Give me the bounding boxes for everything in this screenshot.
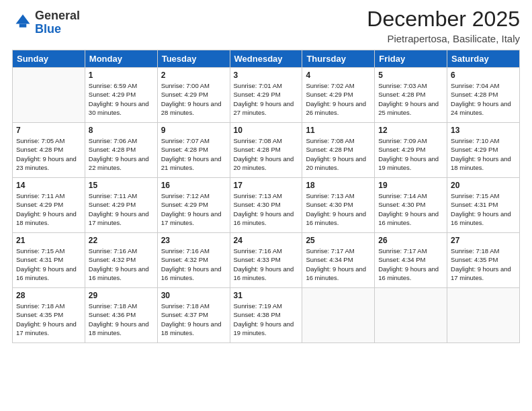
- col-monday: Monday: [85, 50, 157, 68]
- table-row: [375, 288, 447, 343]
- svg-rect-1: [19, 24, 27, 27]
- day-number: 25: [306, 236, 371, 245]
- calendar-week-row: 21 Sunrise: 7:15 AMSunset: 4:31 PMDaylig…: [13, 233, 520, 288]
- table-row: [447, 288, 520, 343]
- col-friday: Friday: [375, 50, 447, 68]
- table-row: 8 Sunrise: 7:06 AMSunset: 4:28 PMDayligh…: [85, 123, 157, 178]
- day-info: Sunrise: 7:04 AMSunset: 4:28 PMDaylight:…: [451, 82, 511, 116]
- table-row: 1 Sunrise: 6:59 AMSunset: 4:29 PMDayligh…: [85, 68, 157, 123]
- day-info: Sunrise: 7:18 AMSunset: 4:36 PMDaylight:…: [89, 302, 149, 336]
- day-number: 31: [234, 291, 299, 300]
- calendar-table: Sunday Monday Tuesday Wednesday Thursday…: [12, 50, 520, 343]
- svg-marker-0: [16, 14, 30, 24]
- table-row: 31 Sunrise: 7:19 AMSunset: 4:38 PMDaylig…: [230, 288, 302, 343]
- table-row: 17 Sunrise: 7:13 AMSunset: 4:30 PMDaylig…: [230, 178, 302, 233]
- day-number: 21: [16, 236, 81, 245]
- day-info: Sunrise: 7:13 AMSunset: 4:30 PMDaylight:…: [234, 192, 294, 226]
- day-number: 10: [234, 126, 299, 135]
- day-info: Sunrise: 7:19 AMSunset: 4:38 PMDaylight:…: [234, 302, 294, 336]
- col-saturday: Saturday: [447, 50, 520, 68]
- day-number: 26: [378, 236, 443, 245]
- day-number: 20: [451, 181, 516, 190]
- day-number: 4: [306, 71, 371, 80]
- day-number: 13: [451, 126, 516, 135]
- day-number: 2: [161, 71, 226, 80]
- calendar-week-row: 28 Sunrise: 7:18 AMSunset: 4:35 PMDaylig…: [13, 288, 520, 343]
- month-title: December 2025: [367, 7, 520, 32]
- day-info: Sunrise: 7:17 AMSunset: 4:34 PMDaylight:…: [378, 247, 439, 281]
- day-info: Sunrise: 7:15 AMSunset: 4:31 PMDaylight:…: [451, 192, 511, 226]
- day-number: 16: [161, 181, 226, 190]
- day-info: Sunrise: 7:08 AMSunset: 4:28 PMDaylight:…: [306, 137, 366, 171]
- day-number: 28: [16, 291, 81, 300]
- table-row: 13 Sunrise: 7:10 AMSunset: 4:29 PMDaylig…: [447, 123, 520, 178]
- title-block: December 2025 Pietrapertosa, Basilicate,…: [367, 7, 520, 44]
- day-info: Sunrise: 7:03 AMSunset: 4:28 PMDaylight:…: [378, 82, 439, 116]
- day-info: Sunrise: 7:16 AMSunset: 4:32 PMDaylight:…: [89, 247, 149, 281]
- col-thursday: Thursday: [302, 50, 375, 68]
- table-row: 18 Sunrise: 7:13 AMSunset: 4:30 PMDaylig…: [302, 178, 375, 233]
- day-info: Sunrise: 7:13 AMSunset: 4:30 PMDaylight:…: [306, 192, 366, 226]
- day-number: 5: [378, 71, 443, 80]
- day-info: Sunrise: 7:14 AMSunset: 4:30 PMDaylight:…: [378, 192, 439, 226]
- day-info: Sunrise: 7:11 AMSunset: 4:29 PMDaylight:…: [16, 192, 77, 226]
- table-row: 23 Sunrise: 7:16 AMSunset: 4:32 PMDaylig…: [157, 233, 230, 288]
- table-row: 4 Sunrise: 7:02 AMSunset: 4:29 PMDayligh…: [302, 68, 375, 123]
- table-row: 16 Sunrise: 7:12 AMSunset: 4:29 PMDaylig…: [157, 178, 230, 233]
- day-number: 22: [89, 236, 154, 245]
- location-title: Pietrapertosa, Basilicate, Italy: [367, 33, 520, 44]
- logo-icon: [13, 12, 32, 31]
- day-number: 17: [234, 181, 299, 190]
- day-info: Sunrise: 7:07 AMSunset: 4:28 PMDaylight:…: [161, 137, 222, 171]
- day-number: 1: [89, 71, 154, 80]
- day-number: 11: [306, 126, 371, 135]
- day-number: 30: [161, 291, 226, 300]
- day-number: 12: [378, 126, 443, 135]
- day-info: Sunrise: 7:18 AMSunset: 4:35 PMDaylight:…: [451, 247, 511, 281]
- day-number: 24: [234, 236, 299, 245]
- table-row: [13, 68, 85, 123]
- day-info: Sunrise: 7:02 AMSunset: 4:29 PMDaylight:…: [306, 82, 366, 116]
- col-wednesday: Wednesday: [230, 50, 302, 68]
- table-row: 21 Sunrise: 7:15 AMSunset: 4:31 PMDaylig…: [13, 233, 85, 288]
- day-info: Sunrise: 7:15 AMSunset: 4:31 PMDaylight:…: [16, 247, 77, 281]
- day-number: 18: [306, 181, 371, 190]
- day-info: Sunrise: 7:00 AMSunset: 4:29 PMDaylight:…: [161, 82, 222, 116]
- table-row: [302, 288, 375, 343]
- day-number: 3: [234, 71, 299, 80]
- day-info: Sunrise: 7:01 AMSunset: 4:29 PMDaylight:…: [234, 82, 294, 116]
- day-number: 9: [161, 126, 226, 135]
- calendar-week-row: 1 Sunrise: 6:59 AMSunset: 4:29 PMDayligh…: [13, 68, 520, 123]
- table-row: 15 Sunrise: 7:11 AMSunset: 4:29 PMDaylig…: [85, 178, 157, 233]
- day-number: 27: [451, 236, 516, 245]
- logo-text: General Blue: [35, 9, 80, 36]
- logo: General Blue: [12, 9, 80, 36]
- calendar-header-row: Sunday Monday Tuesday Wednesday Thursday…: [13, 50, 520, 68]
- day-info: Sunrise: 7:16 AMSunset: 4:32 PMDaylight:…: [161, 247, 222, 281]
- day-info: Sunrise: 7:18 AMSunset: 4:37 PMDaylight:…: [161, 302, 222, 336]
- table-row: 6 Sunrise: 7:04 AMSunset: 4:28 PMDayligh…: [447, 68, 520, 123]
- day-info: Sunrise: 7:17 AMSunset: 4:34 PMDaylight:…: [306, 247, 366, 281]
- table-row: 22 Sunrise: 7:16 AMSunset: 4:32 PMDaylig…: [85, 233, 157, 288]
- day-number: 19: [378, 181, 443, 190]
- day-info: Sunrise: 7:11 AMSunset: 4:29 PMDaylight:…: [89, 192, 149, 226]
- table-row: 9 Sunrise: 7:07 AMSunset: 4:28 PMDayligh…: [157, 123, 230, 178]
- day-info: Sunrise: 7:10 AMSunset: 4:29 PMDaylight:…: [451, 137, 511, 171]
- table-row: 24 Sunrise: 7:16 AMSunset: 4:33 PMDaylig…: [230, 233, 302, 288]
- day-number: 8: [89, 126, 154, 135]
- day-info: Sunrise: 7:18 AMSunset: 4:35 PMDaylight:…: [16, 302, 77, 336]
- table-row: 2 Sunrise: 7:00 AMSunset: 4:29 PMDayligh…: [157, 68, 230, 123]
- day-info: Sunrise: 7:12 AMSunset: 4:29 PMDaylight:…: [161, 192, 222, 226]
- page: General Blue December 2025 Pietrapertosa…: [0, 0, 532, 411]
- calendar-week-row: 7 Sunrise: 7:05 AMSunset: 4:28 PMDayligh…: [13, 123, 520, 178]
- day-number: 29: [89, 291, 154, 300]
- table-row: 12 Sunrise: 7:09 AMSunset: 4:29 PMDaylig…: [375, 123, 447, 178]
- table-row: 20 Sunrise: 7:15 AMSunset: 4:31 PMDaylig…: [447, 178, 520, 233]
- day-number: 15: [89, 181, 154, 190]
- table-row: 3 Sunrise: 7:01 AMSunset: 4:29 PMDayligh…: [230, 68, 302, 123]
- day-number: 14: [16, 181, 81, 190]
- table-row: 30 Sunrise: 7:18 AMSunset: 4:37 PMDaylig…: [157, 288, 230, 343]
- day-info: Sunrise: 7:08 AMSunset: 4:28 PMDaylight:…: [234, 137, 294, 171]
- day-number: 7: [16, 126, 81, 135]
- table-row: 5 Sunrise: 7:03 AMSunset: 4:28 PMDayligh…: [375, 68, 447, 123]
